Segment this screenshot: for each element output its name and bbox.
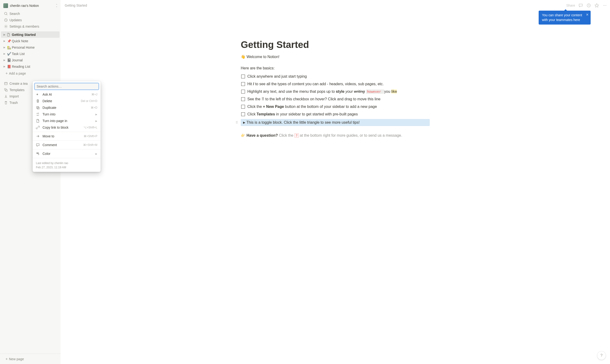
sidebar-add-page[interactable]: + Add a page: [2, 70, 59, 77]
last-edited-time: Feb 27, 2023, 11:19 AM: [36, 165, 97, 169]
help-button[interactable]: ?: [597, 351, 606, 360]
star-icon[interactable]: [594, 3, 599, 8]
toggle-triangle-icon[interactable]: ▶: [242, 121, 246, 124]
notebook-icon: 📓: [7, 58, 11, 62]
checkbox[interactable]: [241, 90, 245, 93]
todo-item[interactable]: Highlight any text, and use the menu tha…: [241, 88, 430, 95]
sidebar-search-label: Search: [9, 12, 20, 16]
menu-duplicate[interactable]: Duplicate ⌘+D: [33, 104, 101, 111]
chevron-right-icon[interactable]: ▶: [3, 52, 6, 55]
last-edited-by: Last edited by chenlin rao: [36, 161, 97, 165]
menu-divider: [33, 132, 101, 132]
menu-search-input[interactable]: [35, 83, 99, 90]
svg-point-11: [605, 5, 605, 6]
menu-divider: [33, 149, 101, 149]
clock-icon: [3, 18, 9, 22]
menu-copy-link[interactable]: Copy link to block ⌥+Shift+L: [33, 124, 101, 131]
page-title[interactable]: Getting Started: [241, 39, 430, 50]
workspace-switcher[interactable]: chenlin rao's Notion: [0, 0, 60, 10]
page-icon: [36, 119, 41, 123]
sidebar-page-journal[interactable]: ▶ 📓 Journal: [1, 57, 60, 63]
todo-item[interactable]: Click anywhere and just start typing: [241, 73, 430, 80]
more-icon[interactable]: [602, 3, 607, 8]
menu-move-to[interactable]: Move to ⌘+Shift+P: [33, 133, 101, 140]
sparkle-icon: ✦: [36, 92, 41, 96]
todo-text[interactable]: See the ⠿ to the left of this checkbox o…: [247, 96, 429, 102]
duplicate-icon: [36, 106, 41, 110]
chevron-right-icon[interactable]: ▶: [3, 33, 6, 36]
checkbox[interactable]: [241, 75, 245, 78]
todo-item[interactable]: Hit / to see all the types of content yo…: [241, 80, 430, 88]
svg-point-0: [4, 12, 7, 15]
menu-ask-ai[interactable]: ✦ Ask AI ⌘+J: [33, 91, 101, 98]
page-label: Reading List: [12, 65, 30, 68]
search-icon: [3, 12, 9, 16]
chevron-right-icon[interactable]: ▶: [3, 46, 6, 49]
menu-delete[interactable]: Delete Del or Ctrl+D: [33, 98, 101, 104]
menu-comment[interactable]: Comment ⌘+Shift+M: [33, 142, 101, 148]
pushpin-icon: 📌: [7, 39, 11, 43]
svg-point-12: [606, 5, 607, 6]
page-label: Quick Note: [12, 39, 28, 43]
sidebar-page-personal-home[interactable]: ▶ 🏡 Personal Home: [1, 44, 60, 51]
todo-item[interactable]: See the ⠿ to the left of this checkbox o…: [241, 95, 430, 103]
main-area: Getting Started Share You can share your…: [60, 0, 610, 364]
svg-rect-6: [4, 89, 6, 90]
breadcrumb[interactable]: Getting Started: [63, 3, 88, 8]
sidebar-page-reading-list[interactable]: ▶ 📕 Reading List: [1, 63, 60, 70]
drag-handle-icon[interactable]: ⠿: [236, 121, 237, 124]
create-teamspace-label: Create a tea: [9, 82, 28, 85]
todo-item[interactable]: Click the + New Page button at the botto…: [241, 103, 430, 110]
menu-color[interactable]: Color ▶: [33, 150, 101, 157]
menu-divider: [33, 141, 101, 141]
tooltip-close-icon[interactable]: ✕: [586, 13, 589, 17]
block-actions-menu: ✦ Ask AI ⌘+J Delete Del or Ctrl+D Duplic…: [33, 81, 101, 172]
share-tooltip: You can share your content with your tea…: [539, 11, 591, 25]
paint-icon: [36, 152, 41, 156]
sidebar-page-getting-started[interactable]: ▶ Getting Started: [1, 31, 60, 38]
templates-icon: [3, 88, 9, 92]
svg-point-10: [603, 5, 604, 6]
chevron-right-icon[interactable]: ▶: [3, 40, 6, 42]
page-label: Personal Home: [12, 46, 35, 49]
page-content[interactable]: Getting Started 👋 Welcome to Notion! Her…: [60, 11, 610, 364]
toggle-text[interactable]: This is a toggle block. Click the little…: [246, 120, 360, 125]
page-label: Journal: [12, 58, 23, 62]
arrow-right-icon: [36, 134, 41, 138]
sidebar-search[interactable]: Search: [1, 10, 60, 17]
sidebar-updates[interactable]: Updates: [1, 17, 60, 23]
chevron-right-icon[interactable]: ▶: [3, 65, 6, 68]
menu-turn-into-page[interactable]: Turn into page in ▶: [33, 117, 101, 124]
todo-item[interactable]: Click Templates in your sidebar to get s…: [241, 110, 430, 118]
checkbox[interactable]: [241, 112, 245, 116]
checkbox[interactable]: [241, 82, 245, 86]
sidebar-page-task-list[interactable]: ▶ ✔️ Task List: [1, 51, 60, 57]
chevron-right-icon[interactable]: ▶: [3, 59, 6, 61]
sidebar-settings[interactable]: Settings & members: [1, 23, 60, 29]
todo-text[interactable]: Highlight any text, and use the menu tha…: [247, 89, 429, 94]
svg-rect-4: [4, 82, 7, 85]
share-button[interactable]: Share: [566, 3, 575, 7]
sidebar-page-quick-note[interactable]: ▶ 📌 Quick Note: [1, 38, 60, 44]
todo-text[interactable]: Click the + New Page button at the botto…: [247, 104, 429, 110]
basics-header[interactable]: Here are the basics:: [241, 66, 430, 70]
chevron-right-icon: ▶: [95, 120, 97, 122]
loop-icon: [36, 112, 41, 116]
house-icon: 🏡: [7, 46, 11, 49]
toggle-block[interactable]: ⠿ ▶ This is a toggle block. Click the li…: [241, 119, 430, 126]
menu-turn-into[interactable]: Turn into ▶: [33, 111, 101, 117]
sidebar-page-list: ▶ Getting Started ▶ 📌 Quick Note ▶ 🏡 Per…: [0, 30, 60, 77]
checkbox[interactable]: [241, 105, 245, 109]
todo-text[interactable]: Hit / to see all the types of content yo…: [247, 81, 429, 87]
sidebar-settings-label: Settings & members: [9, 25, 39, 28]
svg-rect-14: [37, 107, 39, 109]
welcome-line[interactable]: 👋 Welcome to Notion!: [241, 54, 430, 59]
clock-icon[interactable]: [586, 3, 591, 8]
comments-icon[interactable]: [578, 3, 583, 8]
sidebar-new-page[interactable]: + New page: [2, 356, 59, 362]
question-line[interactable]: 👉 Have a question? Click the ? at the bo…: [241, 133, 430, 138]
checkbox[interactable]: [241, 97, 245, 101]
new-page-label: New page: [9, 357, 24, 361]
todo-text[interactable]: Click anywhere and just start typing: [247, 74, 429, 79]
todo-text[interactable]: Click Templates in your sidebar to get s…: [247, 111, 429, 117]
